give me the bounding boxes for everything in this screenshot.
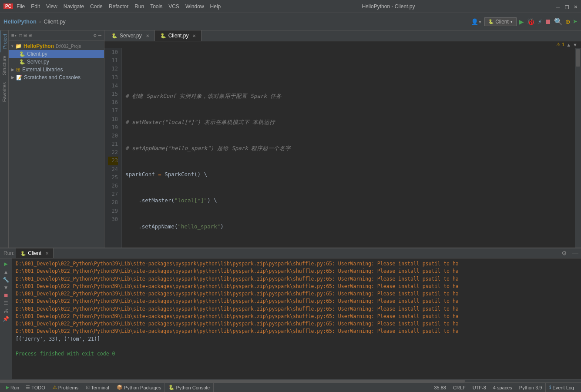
status-line-ending[interactable]: CRLF xyxy=(450,383,469,392)
ln-16: 16 xyxy=(108,98,118,107)
tree-expand[interactable]: ⊞ xyxy=(29,32,32,38)
menu-vcs[interactable]: VCS xyxy=(168,3,179,10)
console-done: Process finished with exit code 0 xyxy=(16,350,578,358)
tree-item-server[interactable]: 🐍 Server.py xyxy=(9,58,104,66)
tree-menu-button[interactable]: ≡▾ xyxy=(11,33,17,38)
client-run-close[interactable]: ✕ xyxy=(45,251,49,256)
event-log-label: Event Log xyxy=(552,385,574,390)
client-tab-close[interactable]: ✕ xyxy=(192,34,196,38)
status-python-packages[interactable]: 📦 Python Packages xyxy=(113,383,165,392)
python-console-label: Python Console xyxy=(176,385,210,390)
status-python-console[interactable]: 🐍 Python Console xyxy=(165,383,214,392)
structure-panel-label[interactable]: Structure xyxy=(0,52,9,79)
code-line-15: .setMaster("local[*]") \ xyxy=(125,196,571,205)
console-stop-button[interactable]: ⏹ xyxy=(3,292,9,298)
console-scrollbar[interactable] xyxy=(0,379,581,382)
tree-root[interactable]: ▾ 📁 HelloPython D:\002_Proje xyxy=(9,42,104,50)
console-line-2: D:\001_Develop\022_Python\Python39\Lib\s… xyxy=(16,268,578,275)
scratches-expand-icon: ▶ xyxy=(11,75,14,80)
tree-item-label-scratches: Scratches and Consoles xyxy=(24,74,81,80)
warning-nav-up[interactable]: ▲ xyxy=(566,42,571,47)
ln-15: 15 xyxy=(108,90,118,98)
console-run-button[interactable]: ▶ xyxy=(4,260,7,267)
ln-28: 28 xyxy=(108,198,118,207)
tree-item-external-libs[interactable]: ▶ ⊞ External Libraries xyxy=(9,66,104,74)
run-label: Run: xyxy=(3,248,16,258)
ext-icon: ⊞ xyxy=(16,67,20,73)
python-packages-label: Python Packages xyxy=(124,385,161,390)
stop-button[interactable]: ⏹ xyxy=(544,17,551,26)
menu-run[interactable]: Run xyxy=(134,3,144,10)
console-line-3: D:\001_Develop\022_Python\Python39\Lib\s… xyxy=(16,275,578,283)
status-indent[interactable]: 4 spaces xyxy=(490,383,516,392)
tab-server[interactable]: 🐍 Server.py ✕ xyxy=(106,30,155,41)
editor-warning-bar: ⚠ 1 ▲ ▼ xyxy=(104,41,581,48)
menu-refactor[interactable]: Refactor xyxy=(109,3,128,10)
menu-window[interactable]: Window xyxy=(185,3,204,10)
maximize-button[interactable]: □ xyxy=(565,3,568,10)
server-tab-close[interactable]: ✕ xyxy=(146,34,149,38)
tree-toolbar: ≡▾ ⇈ ⊟ ⊞ ⚙ — xyxy=(9,30,104,40)
status-event-log[interactable]: ℹ Event Log xyxy=(545,383,578,392)
console-line-9: D:\001_Develop\022_Python\Python39\Lib\s… xyxy=(16,320,578,328)
status-encoding[interactable]: UTF-8 xyxy=(469,383,490,392)
tree-item-label-ext: External Libraries xyxy=(22,67,63,73)
status-run-triangle xyxy=(6,386,9,389)
menu-help[interactable]: Help xyxy=(210,3,221,10)
console-line-10: D:\001_Develop\022_Python\Python39\Lib\s… xyxy=(16,328,578,335)
ln-22: 22 xyxy=(108,148,118,157)
menu-code[interactable]: Code xyxy=(90,3,103,10)
run-config-label: Client xyxy=(495,19,509,25)
run-button[interactable]: ▶ xyxy=(519,17,524,26)
tree-collapse-all[interactable]: ⊟ xyxy=(24,32,27,38)
console-print-button[interactable]: 🖨 xyxy=(3,308,9,314)
status-todo[interactable]: ☰ TODO xyxy=(22,383,49,392)
debug-button[interactable]: 🐞 xyxy=(527,17,535,26)
bottom-settings[interactable]: ⚙ xyxy=(559,250,570,257)
menu-file[interactable]: File xyxy=(17,3,25,10)
close-button[interactable]: ✕ xyxy=(574,3,578,10)
tree-item-client[interactable]: 🐍 Client.py xyxy=(9,50,104,58)
minimize-button[interactable]: — xyxy=(556,3,560,10)
status-python-version[interactable]: Python 3.9 xyxy=(516,383,546,392)
tree-item-scratches[interactable]: ▶ 📝 Scratches and Consoles xyxy=(9,74,104,81)
console-list-button[interactable]: ☰ xyxy=(3,300,8,306)
forward-button[interactable]: ➤ xyxy=(573,17,578,26)
code-content[interactable]: # 创建 SparkConf 实例对象，该对象用于配置 Spark 任务 # s… xyxy=(122,48,575,248)
coverage-button[interactable]: ⚡ xyxy=(538,17,542,26)
current-file: Client.py xyxy=(44,18,66,25)
status-problems[interactable]: ⚠ Problems xyxy=(49,383,82,392)
indent-label: 4 spaces xyxy=(493,385,512,390)
console-pin-button[interactable]: 📌 xyxy=(3,316,9,322)
run-config-selector[interactable]: 🐍 Client ▾ xyxy=(484,17,517,26)
project-panel-label[interactable]: Project xyxy=(0,30,9,52)
console-down-button[interactable]: ▼ xyxy=(4,285,7,291)
menu-edit[interactable]: Edit xyxy=(31,3,40,10)
tree-scroll-top[interactable]: ⇈ xyxy=(19,32,22,38)
menu-tools[interactable]: Tools xyxy=(150,3,162,10)
status-run-button[interactable]: Run xyxy=(3,383,22,392)
tree-settings[interactable]: ⚙ xyxy=(94,32,97,38)
ln-14: 14 xyxy=(108,82,118,90)
menu-view[interactable]: View xyxy=(46,3,57,10)
bottom-tab-client[interactable]: 🐍 Client ✕ xyxy=(16,248,54,258)
ext-expand-icon: ▶ xyxy=(11,67,14,72)
console-up-button[interactable]: ▲ xyxy=(4,269,7,275)
bottom-minimize[interactable]: — xyxy=(570,250,581,257)
ln-20: 20 xyxy=(108,132,118,140)
warning-nav-down[interactable]: ▼ xyxy=(573,42,578,47)
menu-bar: File Edit View Navigate Code Refactor Ru… xyxy=(17,3,221,10)
tree-close[interactable]: — xyxy=(98,32,101,38)
breadcrumb-separator: › xyxy=(39,18,41,25)
user-icon[interactable]: 👤▾ xyxy=(471,18,482,25)
menu-navigate[interactable]: Navigate xyxy=(64,3,84,10)
add-button[interactable]: ⊕ xyxy=(565,17,570,26)
code-line-14: sparkConf = SparkConf() \ xyxy=(125,170,571,179)
console-wrench-button[interactable]: 🔧 xyxy=(3,277,9,283)
status-terminal[interactable]: ⊡ Terminal xyxy=(82,383,113,392)
status-position[interactable]: 35:88 xyxy=(430,383,450,392)
tab-client[interactable]: 🐍 Client.py ✕ xyxy=(155,30,202,41)
console-output[interactable]: D:\001_Develop\022_Python\Python39\Lib\s… xyxy=(12,258,581,379)
favorites-panel-label[interactable]: Favorites xyxy=(0,79,9,105)
search-button[interactable]: 🔍 xyxy=(554,17,563,26)
